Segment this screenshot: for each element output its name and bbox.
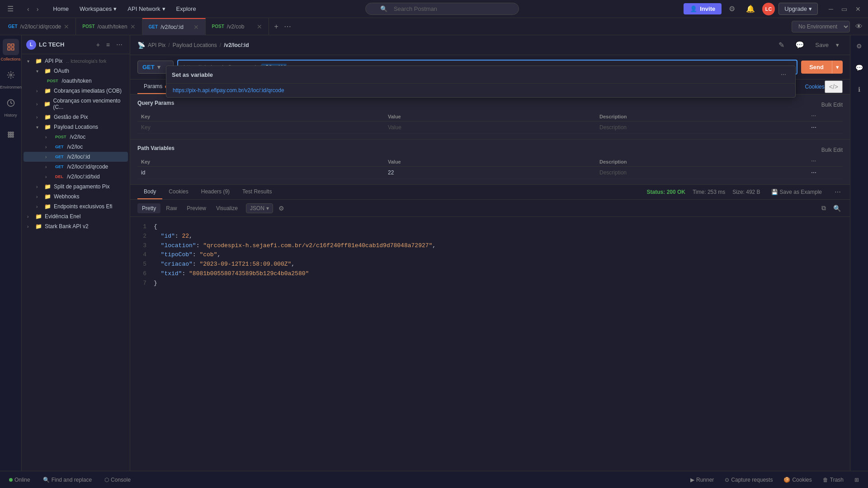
breadcrumb-api-pix[interactable]: API Pix xyxy=(148,42,165,48)
find-replace-button[interactable]: 🔍 Find and replace xyxy=(39,475,95,485)
comment-button[interactable]: 💬 xyxy=(792,39,808,51)
resp-tab-headers[interactable]: Headers (9) xyxy=(195,185,236,199)
forward-button[interactable]: › xyxy=(34,4,42,14)
format-tab-preview[interactable]: Preview xyxy=(182,203,211,213)
settings-icon[interactable]: ⚙ xyxy=(725,3,739,15)
tree-request-get-v2-loc-id[interactable]: › GET /v2/loc/:id xyxy=(24,152,128,162)
back-button[interactable]: ‹ xyxy=(24,4,32,14)
right-icon-settings[interactable]: ⚙ xyxy=(852,39,867,53)
sidebar-icon-collections[interactable] xyxy=(3,39,19,55)
minimize-button[interactable]: ─ xyxy=(825,4,837,14)
invite-button[interactable]: 👤Invite xyxy=(684,3,722,14)
response-time: Time: 253 ms xyxy=(693,189,725,195)
filter-icon[interactable]: ⚙ xyxy=(277,203,286,214)
tab-close-icon[interactable]: ✕ xyxy=(64,23,69,30)
add-collection-button[interactable]: + xyxy=(94,40,103,50)
runner-button[interactable]: ▶ Runner xyxy=(687,475,717,485)
tab-post-cob[interactable]: POST /v2/cob ✕ xyxy=(206,18,269,35)
home-link[interactable]: Home xyxy=(48,4,73,14)
param-desc-input[interactable]: Description xyxy=(596,122,807,134)
resp-tab-cookies[interactable]: Cookies xyxy=(162,185,194,199)
format-select[interactable]: JSON ▾ xyxy=(246,203,273,213)
param-value-input[interactable]: Value xyxy=(384,122,596,134)
path-var-value[interactable]: 22 xyxy=(384,167,596,179)
tab-get-qrcode[interactable]: GET /v2/loc/:id/qrcode ✕ xyxy=(2,18,76,35)
save-example-button[interactable]: 💾 Save as Example xyxy=(768,187,826,197)
sidebar-header: L LC TECH + ≡ ⋯ xyxy=(22,35,130,54)
bulk-edit-path-button[interactable]: Bulk Edit xyxy=(821,147,843,153)
more-options-button[interactable]: ⋯ xyxy=(113,40,125,50)
tree-folder-cobrancas-imediatas[interactable]: › 📁 Cobranças imediatas (COB) xyxy=(24,86,128,96)
tab-close-icon[interactable]: ✕ xyxy=(130,23,136,30)
autocomplete-more-button[interactable]: ⋯ xyxy=(777,70,790,80)
tab-post-oauth[interactable]: POST /oauth/token ✕ xyxy=(76,18,142,35)
tree-folder-gestao-pix[interactable]: › 📁 Gestão de Pix xyxy=(24,112,128,122)
tree-request-oauth-token[interactable]: POST /oauth/token xyxy=(24,76,128,86)
edit-button[interactable]: ✎ xyxy=(775,39,788,51)
search-response-button[interactable]: 🔍 xyxy=(831,203,843,214)
svg-point-8 xyxy=(12,132,14,133)
autocomplete-item[interactable]: https://pix-h.api.efipay.com.br/v2/loc/:… xyxy=(166,84,795,97)
tree-folder-cobrancas-vencimento[interactable]: › 📁 Cobranças com vencimento (C... xyxy=(24,96,128,112)
code-button[interactable]: </> xyxy=(825,80,843,93)
response-more-button[interactable]: ⋯ xyxy=(833,187,843,197)
search-bar[interactable]: 🔍 Search Postman xyxy=(365,3,519,15)
environment-select[interactable]: No Environment xyxy=(792,21,850,33)
tab-get-loc-id[interactable]: GET /v2/loc/:id ✕ xyxy=(142,18,206,35)
console-button[interactable]: ⬡ Console xyxy=(101,475,134,485)
trash-bottom-button[interactable]: 🗑 Trash xyxy=(819,475,847,485)
tree-request-post-v2-loc[interactable]: › POST /v2/loc xyxy=(24,132,128,142)
format-tab-raw[interactable]: Raw xyxy=(161,203,181,213)
sidebar-icon-history[interactable] xyxy=(3,95,19,111)
bulk-edit-query-button[interactable]: Bulk Edit xyxy=(821,102,843,108)
path-var-more-icon[interactable]: ⋯ xyxy=(807,167,843,179)
tree-folder-evidencia-enel[interactable]: › 📁 Evidência Enel xyxy=(24,211,128,221)
tree-folder-oauth[interactable]: ▾ 📁 OAuth xyxy=(24,66,128,76)
explore-link[interactable]: Explore xyxy=(172,4,201,14)
tree-folder-payload-locations[interactable]: ▾ 📁 Payload Locations xyxy=(24,122,128,132)
right-icon-comments[interactable]: 💬 xyxy=(852,61,867,75)
tree-request-get-v2-loc[interactable]: › GET /v2/loc xyxy=(24,142,128,152)
env-settings-icon[interactable]: 👁 xyxy=(852,21,866,33)
upgrade-button[interactable]: Upgrade ▾ xyxy=(778,3,818,15)
more-tabs-button[interactable]: ⋯ xyxy=(282,20,293,33)
close-button[interactable]: ✕ xyxy=(852,4,864,14)
cookies-link[interactable]: Cookies xyxy=(805,84,824,90)
tree-folder-split-pagamento[interactable]: › 📁 Split de pagamento Pix xyxy=(24,182,128,192)
tree-request-get-v2-loc-id-qrcode[interactable]: › GET /v2/loc/:id/qrcode xyxy=(24,162,128,172)
resp-tab-body[interactable]: Body xyxy=(137,185,162,199)
hamburger-icon[interactable]: ☰ xyxy=(4,3,17,15)
tree-request-del-v2-loc-id-txid[interactable]: › DEL /v2/loc/:id/txid xyxy=(24,172,128,182)
save-dropdown-button[interactable]: ▾ xyxy=(832,40,843,50)
tab-close-icon[interactable]: ✕ xyxy=(193,23,199,31)
add-tab-button[interactable]: + xyxy=(273,21,280,33)
capture-requests-button[interactable]: ⊙ Capture requests xyxy=(721,475,776,485)
copy-response-button[interactable]: ⧉ xyxy=(820,202,828,214)
breadcrumb-payload-locations[interactable]: Payload Locations xyxy=(173,42,217,48)
send-button[interactable]: Send xyxy=(801,61,832,74)
notifications-icon[interactable]: 🔔 xyxy=(742,3,759,15)
param-key-input[interactable]: Key xyxy=(137,122,384,134)
path-variables-title: Path Variables xyxy=(137,145,175,151)
tab-close-icon[interactable]: ✕ xyxy=(257,23,262,30)
tree-folder-endpoints-efi[interactable]: › 📁 Endpoints exclusivos Efi xyxy=(24,202,128,211)
tree-folder-api-pix[interactable]: ▾ 📁 API Pix ‥ lctecnologia's fork xyxy=(24,56,128,66)
right-icon-info[interactable]: ℹ xyxy=(852,82,867,97)
tree-folder-webhooks[interactable]: › 📁 Webhooks xyxy=(24,192,128,202)
sort-collections-button[interactable]: ≡ xyxy=(104,40,113,50)
sidebar-icon-environments[interactable] xyxy=(3,67,19,83)
maximize-button[interactable]: ▭ xyxy=(838,4,851,14)
send-dropdown-button[interactable]: ▾ xyxy=(832,61,843,74)
format-tab-pretty[interactable]: Pretty xyxy=(137,203,160,213)
tree-folder-stark-bank[interactable]: › 📁 Stark Bank API v2 xyxy=(24,221,128,231)
path-var-desc[interactable]: Description xyxy=(596,167,807,179)
resp-tab-test-results[interactable]: Test Results xyxy=(236,185,278,199)
expand-button[interactable]: ⊞ xyxy=(851,475,863,485)
save-button[interactable]: Save xyxy=(811,40,832,50)
cookies-bottom-button[interactable]: 🍪 Cookies xyxy=(780,475,815,485)
param-more-icon[interactable]: ⋯ xyxy=(807,122,843,134)
format-tab-visualize[interactable]: Visualize xyxy=(212,203,242,213)
api-network-link[interactable]: API Network ▾ xyxy=(123,4,170,14)
workspaces-link[interactable]: Workspaces ▾ xyxy=(75,4,121,14)
sidebar-icon-apps[interactable] xyxy=(3,127,19,143)
